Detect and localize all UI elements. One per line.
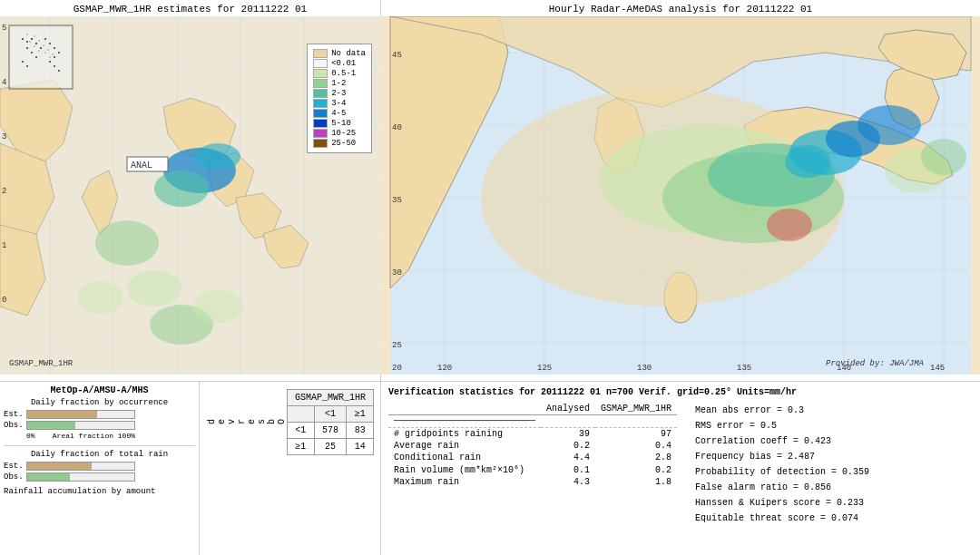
legend-label-10: 10-25: [331, 129, 356, 138]
svg-point-36: [49, 56, 51, 58]
svg-point-44: [38, 50, 40, 52]
svg-point-103: [921, 139, 966, 175]
chart1-axis-right: Areal fraction 100%: [53, 432, 135, 440]
cell-lt1-gte1: 83: [347, 423, 374, 439]
col-header-gte1: ≥1: [347, 406, 374, 423]
svg-point-54: [35, 56, 37, 58]
svg-marker-16: [236, 193, 281, 239]
svg-point-49: [31, 38, 33, 40]
svg-point-39: [43, 44, 44, 46]
legend-label-25: 25-50: [331, 139, 356, 148]
stats-val-analysed-0: 39: [541, 428, 595, 441]
chart1-obs-label: Obs.: [4, 421, 26, 430]
svg-text:ANAL: ANAL: [131, 161, 152, 170]
stats-label-gridpoints: # gridpoints raining: [388, 428, 541, 441]
chart2-obs-fill: [27, 473, 70, 481]
svg-point-94: [599, 125, 817, 234]
svg-point-52: [26, 47, 28, 49]
legend-label-5: 5-10: [331, 119, 351, 128]
legend-item-25: 25-50: [313, 139, 366, 148]
rainfall-footer: Rainfall accumulation by amount: [4, 487, 195, 496]
svg-text:4: 4: [2, 78, 6, 87]
svg-text:145: 145: [930, 364, 945, 373]
row-label-gte1: ≥1: [288, 439, 315, 455]
svg-marker-87: [735, 170, 767, 216]
svg-marker-91: [878, 30, 966, 80]
svg-marker-15: [209, 152, 254, 207]
svg-point-55: [22, 61, 24, 63]
svg-point-31: [26, 34, 28, 35]
svg-rect-29: [127, 157, 168, 171]
svg-point-22: [154, 170, 209, 207]
svg-point-40: [47, 49, 49, 51]
chart2-obs-row: Obs.: [4, 472, 195, 482]
chart1-obs-bar: [26, 421, 135, 430]
svg-marker-14: [163, 98, 236, 161]
stats-row-condrain: Conditional rain 4.4 2.8: [388, 452, 677, 463]
chart2-est-fill: [27, 462, 92, 470]
svg-point-35: [44, 52, 46, 54]
svg-marker-13: [82, 170, 118, 234]
svg-point-63: [54, 65, 55, 67]
svg-text:120: 120: [437, 364, 452, 373]
stats-right-panel: Mean abs error = 0.3 RMS error = 0.5 Cor…: [695, 403, 869, 526]
main-container: GSMAP_MWR_1HR estimates for 20111222 01: [0, 0, 980, 555]
svg-text:1: 1: [2, 241, 6, 250]
svg-point-38: [38, 40, 40, 42]
left-map-area: ANAL: [0, 16, 381, 375]
svg-text:30: 30: [392, 268, 402, 278]
stats-val-gsmap-3: 0.2: [595, 463, 677, 476]
stats-label-avgrain: Average rain: [388, 440, 541, 452]
svg-point-62: [49, 61, 51, 63]
chart1-est-label: Est.: [4, 410, 26, 419]
chart1-axis: 0% Areal fraction 100%: [26, 432, 135, 440]
cell-gte1-gte1: 14: [347, 439, 374, 455]
svg-point-24: [95, 220, 159, 266]
stat-far: False alarm ratio = 0.856: [695, 480, 869, 495]
stats-label-rainvol: Rain volume (mm*km²×10⁶): [388, 463, 541, 476]
legend-item-nodata: No data: [313, 49, 366, 58]
legend-item-001: <0.01: [313, 59, 366, 68]
chart1-obs-row: Obs.: [4, 421, 195, 430]
svg-marker-88: [753, 160, 789, 184]
chart2-title: Daily fraction of total rain: [4, 450, 195, 459]
svg-point-37: [34, 35, 35, 37]
legend-color-4: [313, 109, 328, 118]
contingency-table: GSMAP_MWR_1HR <1 ≥1 <1 578: [287, 389, 374, 455]
svg-rect-72: [390, 16, 971, 375]
stats-row-avgrain: Average rain 0.2 0.4: [388, 440, 677, 452]
right-map-svg: 45 40 35 30 25 20 120 125 130 135 140 14…: [381, 16, 980, 375]
legend-item-4: 4-5: [313, 109, 366, 118]
left-panel: GSMAP_MWR_1HR estimates for 20111222 01: [0, 0, 381, 381]
svg-point-48: [26, 41, 28, 43]
stats-label-0: ──────────────────────────: [388, 415, 541, 428]
svg-point-93: [481, 89, 844, 307]
stats-container: Analysed GSMAP_MWR_1HR ─────────────────…: [388, 403, 973, 526]
bottom-row: MetOp-A/AMSU-A/MHS Daily fraction by occ…: [0, 381, 980, 555]
svg-point-64: [58, 70, 60, 72]
svg-point-56: [26, 65, 28, 67]
bottom-right-panel: Verification statistics for 20111222 01 …: [381, 382, 980, 555]
svg-point-95: [662, 152, 844, 243]
svg-text:125: 125: [537, 364, 552, 373]
svg-point-21: [163, 148, 236, 193]
bottom-center-panel: Observed GSMAP_MWR_1HR <1 ≥1: [200, 382, 381, 555]
bottom-left-panel: MetOp-A/AMSU-A/MHS Daily fraction by occ…: [0, 382, 200, 555]
col-header-empty: [288, 406, 315, 423]
svg-point-99: [785, 145, 830, 178]
svg-point-98: [826, 121, 880, 157]
stats-val-gsmap-0: 97: [595, 428, 677, 441]
svg-text:Provided by: JWA/JMA: Provided by: JWA/JMA: [826, 359, 924, 368]
stats-row-gridpoints: # gridpoints raining 39 97: [388, 428, 677, 441]
svg-point-100: [858, 105, 921, 145]
stats-col-analysed: Analysed: [541, 403, 595, 415]
svg-point-42: [29, 41, 31, 43]
stats-table: Analysed GSMAP_MWR_1HR ─────────────────…: [388, 403, 677, 488]
chart-divider: [4, 445, 195, 446]
svg-point-97: [789, 130, 862, 175]
svg-point-27: [192, 290, 243, 323]
right-panel: Hourly Radar-AMeDAS analysis for 2011122…: [381, 0, 980, 381]
table-row-gte1: ≥1 25 14: [288, 439, 374, 455]
chart2-section: Daily fraction of total rain Est. Obs.: [4, 450, 195, 482]
legend-label-3: 3-4: [331, 99, 346, 108]
